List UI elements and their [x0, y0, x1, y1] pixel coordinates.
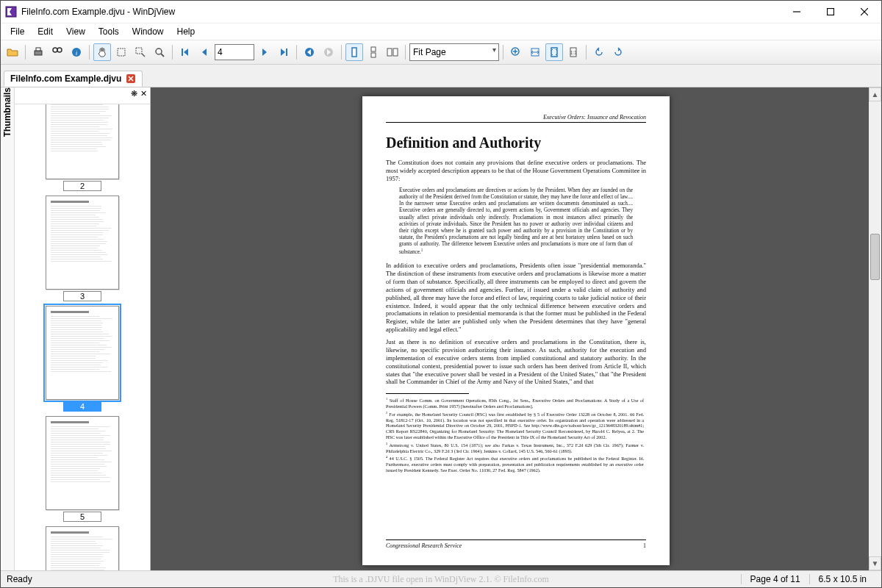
svg-point-8 [57, 48, 62, 52]
svg-rect-31 [551, 48, 557, 57]
thumbnail-label: 5 [63, 512, 101, 522]
marquee-zoom-icon[interactable] [132, 43, 149, 61]
continuous-icon[interactable] [365, 43, 382, 61]
nav-back-icon[interactable] [301, 43, 318, 61]
thumbnail-item[interactable]: 2 [46, 104, 119, 191]
rotate-left-icon[interactable] [590, 43, 608, 61]
rotate-right-icon[interactable] [609, 43, 627, 61]
status-caption: This is a .DJVU file open in WinDjView 2… [333, 574, 549, 585]
nav-forward-icon[interactable] [320, 43, 337, 61]
page-paragraph: Just as there is no definition of execut… [386, 338, 646, 386]
svg-rect-22 [371, 47, 376, 51]
thumbnail-item[interactable]: 6 [46, 526, 119, 570]
page-footnotes: 1 Staff of House Comm. on Government Ope… [386, 393, 469, 473]
next-page-icon[interactable] [256, 43, 273, 61]
actual-size-icon[interactable]: 1:1 [564, 43, 582, 61]
first-page-icon[interactable] [176, 43, 194, 61]
thumbnail-label: 3 [63, 291, 101, 301]
scroll-up-icon[interactable]: ▲ [869, 87, 881, 101]
page-quote: Executive orders and proclamations are d… [399, 187, 633, 257]
status-text: Ready [7, 574, 32, 584]
thumbnails-settings-icon[interactable]: ❋ [131, 89, 137, 102]
fit-width-icon[interactable] [526, 43, 544, 61]
zoom-select[interactable] [409, 43, 499, 61]
scroll-down-icon[interactable]: ▼ [869, 556, 881, 570]
toolbar: i 1:1 [1, 40, 881, 65]
prev-page-icon[interactable] [196, 43, 213, 61]
svg-rect-25 [393, 49, 398, 56]
magnify-icon[interactable] [151, 43, 168, 61]
menu-window[interactable]: Window [127, 25, 169, 38]
page-paragraph: In addition to executive orders and proc… [386, 262, 646, 334]
document-tab-label: FileInfo.com Example.djvu [10, 74, 121, 84]
svg-rect-13 [136, 48, 142, 54]
statusbar: Ready This is a .DJVU file open in WinDj… [1, 570, 881, 587]
svg-point-7 [53, 48, 57, 52]
window-title: FileInfo.com Example.djvu - WinDjView [21, 7, 175, 17]
thumbnail-item[interactable]: 4 [46, 306, 119, 412]
thumbnail-label: 4 [63, 401, 101, 412]
document-tab[interactable]: FileInfo.com Example.djvu [4, 71, 143, 87]
svg-rect-6 [36, 48, 40, 51]
tab-close-icon[interactable] [126, 74, 136, 84]
page-heading: Definition and Authority [386, 135, 646, 151]
menu-view[interactable]: View [61, 25, 90, 38]
svg-point-15 [156, 49, 162, 54]
page-running-head: Executive Orders: Issuance and Revocatio… [386, 114, 646, 123]
menu-edit[interactable]: Edit [32, 25, 58, 38]
page-number-input[interactable] [215, 44, 254, 60]
page-footer-source: Congressional Research Service [386, 542, 462, 549]
page-viewer[interactable]: Executive Orders: Issuance and Revocatio… [151, 87, 881, 570]
thumbnails-tab[interactable]: Thumbnails [1, 87, 15, 570]
minimize-button[interactable] [780, 1, 814, 23]
info-icon[interactable]: i [68, 43, 85, 61]
svg-line-16 [161, 54, 164, 57]
thumbnail-label: 2 [63, 181, 101, 191]
last-page-icon[interactable] [275, 43, 293, 61]
thumbnails-panel: ❋ ✕ 23456 [15, 87, 151, 570]
svg-rect-23 [371, 53, 376, 57]
svg-rect-5 [35, 51, 42, 55]
single-page-icon[interactable] [345, 43, 363, 61]
hand-tool-icon[interactable] [93, 43, 111, 61]
vertical-scrollbar[interactable]: ▲ ▼ [869, 87, 881, 570]
thumbnail-item[interactable]: 5 [46, 416, 119, 522]
maximize-button[interactable] [814, 1, 847, 23]
menubar: File Edit View Tools Window Help [1, 24, 881, 40]
svg-rect-12 [118, 49, 125, 56]
svg-rect-24 [387, 49, 392, 56]
svg-rect-2 [828, 9, 834, 15]
thumbnail-item[interactable]: 3 [46, 196, 119, 301]
close-button[interactable] [847, 1, 881, 23]
select-tool-icon[interactable] [112, 43, 130, 61]
print-icon[interactable] [29, 43, 47, 61]
rendered-page: Executive Orders: Issuance and Revocatio… [362, 96, 670, 565]
app-icon [5, 6, 17, 18]
menu-help[interactable]: Help [172, 25, 201, 38]
page-footer-number: 1 [643, 542, 646, 549]
tabbar: FileInfo.com Example.djvu [1, 65, 881, 87]
titlebar: FileInfo.com Example.djvu - WinDjView [1, 1, 881, 24]
fit-page-icon[interactable] [545, 43, 563, 61]
status-size: 6.5 x 10.5 in [809, 574, 875, 584]
page-paragraph: The Constitution does not contain any pr… [386, 159, 646, 183]
find-icon[interactable] [49, 43, 66, 61]
svg-line-14 [142, 54, 145, 57]
scroll-thumb[interactable] [870, 234, 880, 281]
svg-rect-21 [352, 48, 356, 57]
open-icon[interactable] [4, 43, 21, 61]
status-page: Page 4 of 11 [741, 574, 809, 584]
thumbnails-close-icon[interactable]: ✕ [140, 89, 147, 102]
facing-icon[interactable] [384, 43, 401, 61]
menu-file[interactable]: File [5, 25, 29, 38]
zoom-in-icon[interactable] [507, 43, 525, 61]
thumbnail-list[interactable]: 23456 [15, 104, 150, 570]
svg-text:1:1: 1:1 [570, 50, 577, 55]
menu-tools[interactable]: Tools [93, 25, 124, 38]
